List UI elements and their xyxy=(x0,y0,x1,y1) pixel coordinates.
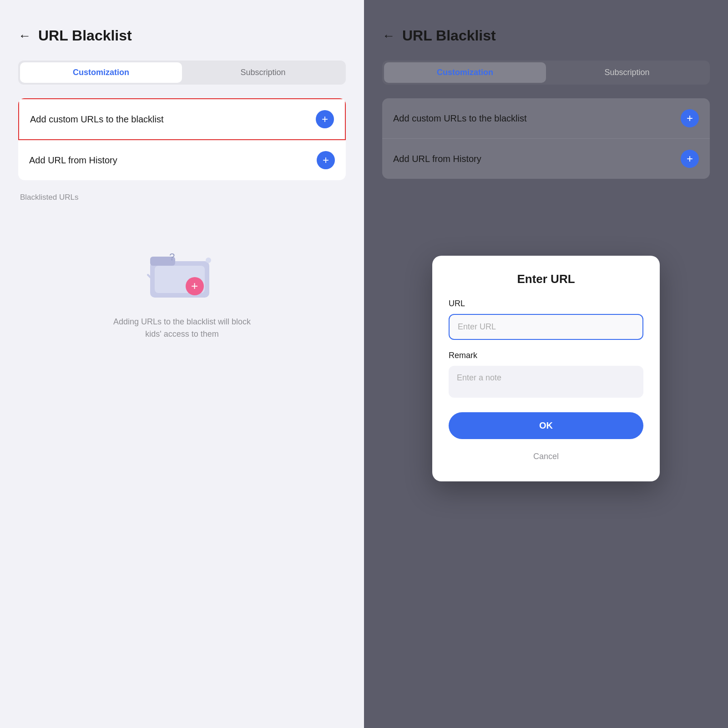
modal-ok-button[interactable]: OK xyxy=(449,412,643,439)
url-label: URL xyxy=(449,299,643,308)
left-tab-container: Customization Subscription xyxy=(18,61,346,85)
modal-title: Enter URL xyxy=(449,272,643,286)
right-content: ← URL Blacklist Customization Subscripti… xyxy=(382,27,710,710)
left-list-item-custom-urls[interactable]: Add custom URLs to the blacklist + xyxy=(18,98,346,140)
left-empty-state: ? + Adding URLs to the blacklist will bl… xyxy=(18,216,346,368)
svg-text:+: + xyxy=(191,279,198,293)
right-panel: ← URL Blacklist Customization Subscripti… xyxy=(364,0,728,728)
left-tab-subscription[interactable]: Subscription xyxy=(182,62,344,83)
left-panel-title: URL Blacklist xyxy=(38,27,132,44)
remark-label: Remark xyxy=(449,351,643,360)
left-list-item-url-history[interactable]: Add URL from History + xyxy=(18,140,346,180)
modal-cancel-button[interactable]: Cancel xyxy=(449,446,643,467)
modal-overlay: Enter URL URL Remark OK Cancel xyxy=(382,27,710,710)
left-panel: ← URL Blacklist Customization Subscripti… xyxy=(0,0,364,728)
left-back-arrow[interactable]: ← xyxy=(18,29,31,43)
empty-folder-icon: ? + xyxy=(146,243,218,302)
left-list-item-url-history-text: Add URL from History xyxy=(29,155,117,166)
svg-point-6 xyxy=(206,258,211,263)
left-empty-text: Adding URLs to the blacklist will block … xyxy=(109,316,255,340)
left-section-label: Blacklisted URLs xyxy=(18,193,346,202)
url-input[interactable] xyxy=(449,314,643,340)
left-add-custom-url-button[interactable]: + xyxy=(316,110,334,128)
left-list-container: Add custom URLs to the blacklist + Add U… xyxy=(18,98,346,180)
enter-url-modal: Enter URL URL Remark OK Cancel xyxy=(432,256,660,481)
left-header: ← URL Blacklist xyxy=(18,27,346,44)
remark-input[interactable] xyxy=(449,366,643,398)
left-list-item-custom-urls-text: Add custom URLs to the blacklist xyxy=(30,114,163,125)
svg-text:?: ? xyxy=(169,251,175,263)
left-add-url-history-button[interactable]: + xyxy=(317,151,335,169)
left-tab-customization[interactable]: Customization xyxy=(20,62,182,83)
